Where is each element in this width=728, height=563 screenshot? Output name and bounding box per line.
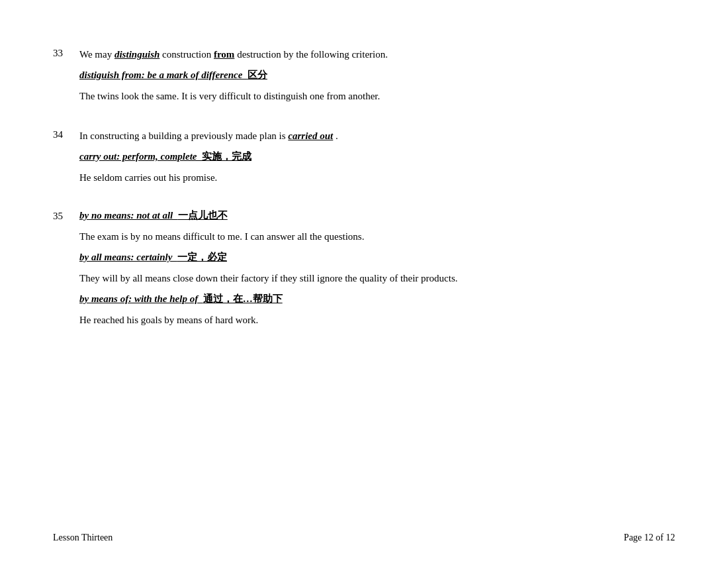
chinese-34: 实施，完成 (202, 151, 251, 162)
chinese-35-3: 通过，在…帮助下 (203, 293, 283, 304)
example-34: He seldom carries out his promise. (79, 170, 675, 185)
example-35-2: They will by all means close down their … (79, 270, 675, 286)
phrase-35-1: by no means: not at all 一点儿也不 (79, 209, 675, 222)
main-line-34: In constructing a building a previously … (79, 128, 675, 144)
phrase-35-2: by all means: certainly 一定，必定 (79, 251, 675, 264)
example-33: The twins look the same. It is very diff… (79, 88, 675, 104)
entry-33: 33 We may distinguish construction from … (53, 46, 675, 107)
entry-number-34: 34 (53, 128, 79, 188)
entry-34: 34 In constructing a building a previous… (53, 128, 675, 188)
example-35-3: He reached his goals by means of hard wo… (79, 312, 675, 328)
chinese-35-1: 一点儿也不 (178, 210, 228, 221)
entry-35: 35 by no means: not at all 一点儿也不 The exa… (53, 209, 675, 331)
page-content: 33 We may distinguish construction from … (0, 0, 728, 391)
entry-body-34: In constructing a building a previously … (79, 128, 675, 188)
example-35-1: The exam is by no means difficult to me.… (79, 229, 675, 244)
entry-number-33: 33 (53, 46, 79, 107)
footer-left: Lesson Thirteen (53, 533, 113, 543)
entry-body-33: We may distinguish construction from des… (79, 46, 675, 107)
keyword-distinguish: distinguish (114, 49, 159, 60)
entry-body-35: by no means: not at all 一点儿也不 The exam i… (79, 209, 675, 331)
chinese-35-2: 一定，必定 (177, 252, 227, 262)
phrase-33: distiguish from: be a mark of difference… (79, 69, 675, 81)
keyword-carried-out: carried out (288, 130, 333, 141)
footer-right: Page 12 of 12 (624, 533, 675, 543)
entry-number-35: 35 (53, 209, 79, 331)
chinese-33: 区分 (248, 70, 267, 80)
keyword-from: from (214, 49, 234, 60)
main-line-33: We may distinguish construction from des… (79, 46, 675, 62)
phrase-34: carry out: perform, complete 实施，完成 (79, 150, 675, 163)
footer: Lesson Thirteen Page 12 of 12 (53, 533, 675, 543)
phrase-35-3: by means of: with the help of 通过，在…帮助下 (79, 293, 675, 305)
